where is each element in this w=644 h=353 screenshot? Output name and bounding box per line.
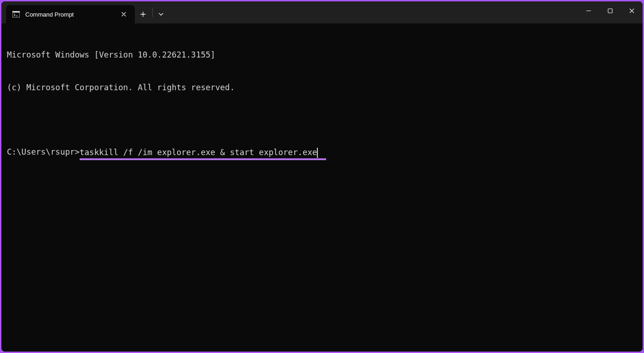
- command-text: taskkill /f /im explorer.exe & start exp…: [80, 148, 317, 157]
- terminal-output-line: Microsoft Windows [Version 10.0.22621.31…: [7, 50, 637, 61]
- command-highlight-underline: [80, 158, 326, 160]
- tab-title: Command Prompt: [25, 11, 114, 18]
- terminal-body[interactable]: Microsoft Windows [Version 10.0.22621.31…: [1, 23, 643, 352]
- command-wrap: taskkill /f /im explorer.exe & start exp…: [80, 147, 318, 158]
- terminal-window: Command Prompt: [1, 1, 643, 352]
- svg-rect-4: [608, 9, 612, 13]
- tab-active[interactable]: Command Prompt: [6, 5, 135, 23]
- titlebar[interactable]: Command Prompt: [1, 1, 643, 23]
- tab-dropdown-button[interactable]: [154, 5, 168, 23]
- window-controls: [578, 1, 643, 20]
- close-window-button[interactable]: [621, 1, 643, 20]
- text-cursor: [317, 148, 318, 158]
- prompt-text: C:\Users\rsupr>: [7, 147, 80, 158]
- terminal-output-line: (c) Microsoft Corporation. All rights re…: [7, 82, 637, 93]
- prompt-line: C:\Users\rsupr>taskkill /f /im explorer.…: [7, 147, 637, 158]
- command-prompt-icon: [12, 11, 20, 17]
- tab-divider: [152, 8, 153, 17]
- minimize-button[interactable]: [578, 1, 599, 20]
- svg-rect-1: [12, 11, 20, 13]
- new-tab-button[interactable]: [135, 5, 151, 23]
- maximize-button[interactable]: [599, 1, 621, 20]
- blank-line: [7, 115, 637, 125]
- close-tab-button[interactable]: [119, 10, 128, 19]
